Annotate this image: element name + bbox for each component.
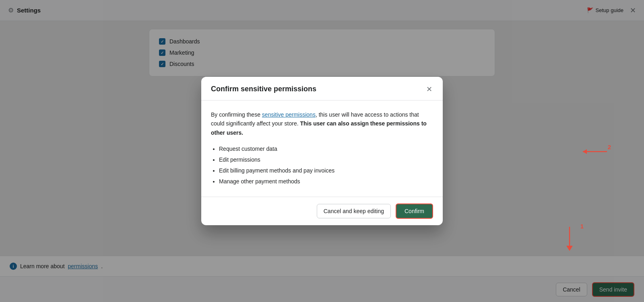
modal-body: By confirming these sensitive permission… [201, 101, 443, 197]
modal-close-button[interactable]: ✕ [425, 85, 433, 94]
description-prefix: By confirming these [211, 111, 262, 118]
list-item: Edit billing payment methods and pay inv… [219, 165, 433, 176]
sensitive-permissions-link[interactable]: sensitive permissions [262, 111, 316, 118]
modal-header: Confirm sensitive permissions ✕ [201, 77, 443, 101]
list-item: Edit permissions [219, 154, 433, 165]
modal-description: By confirming these sensitive permission… [211, 110, 433, 137]
modal-overlay: Confirm sensitive permissions ✕ By confi… [0, 0, 644, 302]
modal-title: Confirm sensitive permissions [211, 85, 316, 93]
confirm-button[interactable]: Confirm [396, 203, 433, 219]
cancel-keep-editing-button[interactable]: Cancel and keep editing [317, 204, 391, 218]
permissions-list: Request customer data Edit permissions E… [211, 144, 433, 187]
list-item: Manage other payment methods [219, 176, 433, 187]
list-item: Request customer data [219, 144, 433, 154]
confirm-permissions-modal: Confirm sensitive permissions ✕ By confi… [201, 77, 443, 225]
modal-footer: Cancel and keep editing Confirm [201, 197, 443, 225]
